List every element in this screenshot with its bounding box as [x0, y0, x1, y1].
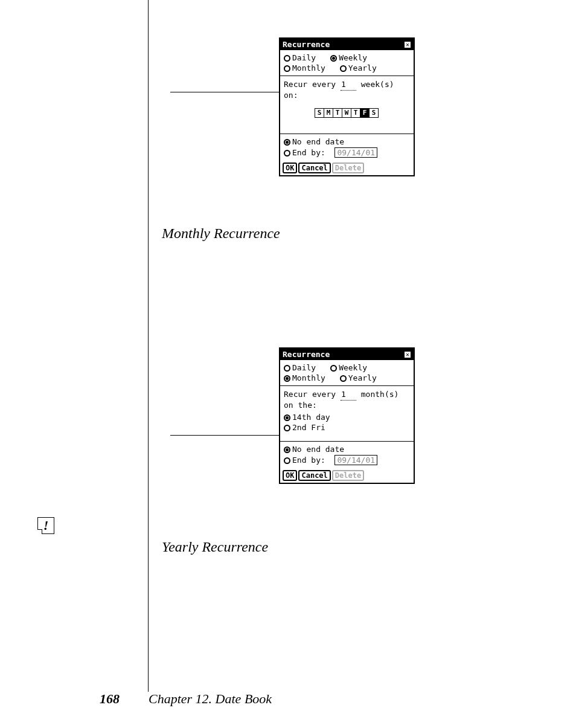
dialog-title: Recurrence — [283, 40, 330, 49]
recurrence-dialog-weekly: Recurrence ✕ Daily Weekly Monthly Yearly… — [279, 37, 415, 176]
radio-weekly[interactable]: Weekly — [330, 53, 367, 62]
day-wed[interactable]: W — [342, 108, 351, 118]
radio-weekly[interactable]: Weekly — [330, 363, 367, 372]
day-fri[interactable]: F — [360, 108, 370, 118]
recurrence-dialog-monthly: Recurrence ✕ Daily Weekly Monthly Yearly… — [279, 347, 415, 484]
radio-end-by[interactable]: End by: 09/14/01 — [284, 147, 410, 158]
callout-line-1 — [170, 92, 279, 92]
note-icon: ! — [37, 517, 56, 536]
delete-button[interactable]: Delete — [332, 163, 364, 173]
ok-button[interactable]: OK — [283, 163, 297, 173]
dialog-title-bar: Recurrence ✕ — [280, 39, 414, 50]
day-tue[interactable]: T — [333, 108, 342, 118]
delete-button[interactable]: Delete — [332, 470, 364, 481]
radio-daily[interactable]: Daily — [284, 53, 316, 62]
cancel-button[interactable]: Cancel — [298, 163, 330, 173]
radio-nth-weekday[interactable]: 2nd Fri — [284, 422, 410, 433]
recur-interval-input[interactable]: 1 — [341, 80, 356, 91]
dialog-title-bar: Recurrence ✕ — [280, 349, 414, 360]
recur-label: Recur every 1 month(s) on the: — [284, 388, 410, 412]
dialog-title: Recurrence — [283, 350, 330, 359]
weekday-selector: S M T W T F S — [284, 108, 410, 118]
vertical-rule — [148, 0, 149, 692]
page-number: 168 — [100, 691, 120, 707]
callout-line-2 — [170, 435, 279, 436]
recur-interval-input[interactable]: 1 — [341, 390, 356, 401]
section-heading-yearly: Yearly Recurrence — [162, 539, 268, 555]
radio-yearly[interactable]: Yearly — [340, 373, 377, 382]
ok-button[interactable]: OK — [283, 470, 297, 481]
day-thu[interactable]: T — [351, 108, 360, 118]
cancel-button[interactable]: Cancel — [298, 470, 330, 481]
end-date-field[interactable]: 09/14/01 — [334, 455, 377, 465]
day-sat[interactable]: S — [369, 108, 379, 118]
recur-label: Recur every 1 week(s) on: — [284, 79, 410, 102]
radio-nth-day[interactable]: 14th day — [284, 412, 410, 422]
radio-no-end-date[interactable]: No end date — [284, 137, 410, 147]
radio-daily[interactable]: Daily — [284, 363, 316, 372]
close-icon[interactable]: ✕ — [404, 351, 411, 358]
close-icon[interactable]: ✕ — [404, 41, 411, 48]
day-mon[interactable]: M — [324, 108, 333, 118]
chapter-title: Chapter 12. Date Book — [149, 691, 272, 707]
radio-end-by[interactable]: End by: 09/14/01 — [284, 454, 410, 466]
end-date-field[interactable]: 09/14/01 — [334, 147, 377, 158]
radio-yearly[interactable]: Yearly — [340, 63, 377, 72]
radio-no-end-date[interactable]: No end date — [284, 444, 410, 454]
page-footer: 168 Chapter 12. Date Book — [0, 691, 576, 707]
day-sun[interactable]: S — [315, 108, 324, 118]
radio-monthly[interactable]: Monthly — [284, 373, 325, 382]
radio-monthly[interactable]: Monthly — [284, 63, 325, 72]
section-heading-monthly: Monthly Recurrence — [162, 225, 280, 242]
